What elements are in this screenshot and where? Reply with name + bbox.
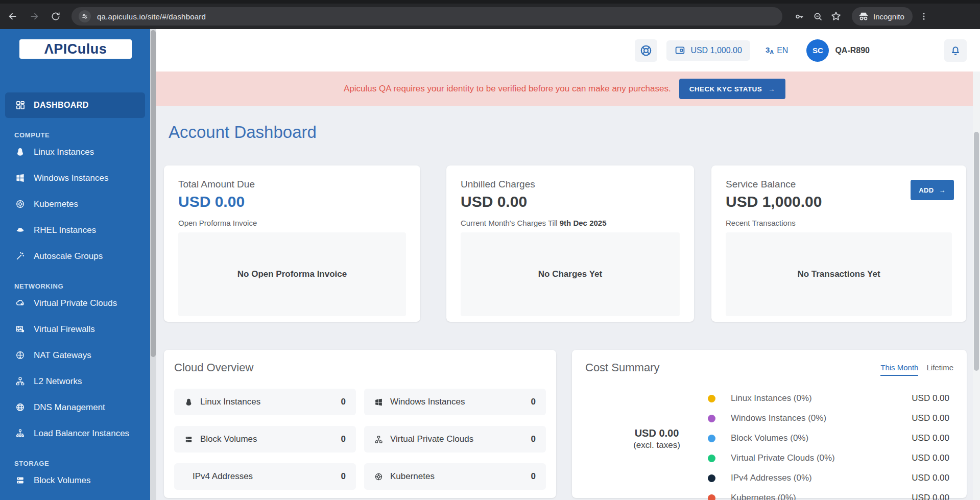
app-header: USD 1,000.00 3A EN SC QA-R890 xyxy=(156,29,980,72)
legend-dot xyxy=(708,435,715,442)
cloud-overview-row-block-volumes[interactable]: Block Volumes 0 xyxy=(174,426,356,453)
bell-icon xyxy=(949,44,962,57)
add-funds-button[interactable]: ADD → xyxy=(911,180,954,200)
sidebar-item-load-balancer-instances[interactable]: Load Balancer Instances xyxy=(0,420,150,446)
sidebar-item-block-volumes[interactable]: Block Volumes xyxy=(0,467,150,493)
sidebar-item-nat-gateways[interactable]: NAT Gateways xyxy=(0,342,150,368)
row-value: 0 xyxy=(341,397,346,407)
sidebar-item-label: Linux Instances xyxy=(34,147,94,157)
sidebar-scrollbar[interactable] xyxy=(150,29,156,500)
cloud-overview-row-ipv4[interactable]: IPv4 Addresses 0 xyxy=(174,463,356,490)
password-key-icon[interactable] xyxy=(791,8,808,25)
sidebar-scrollbar-thumb[interactable] xyxy=(151,30,156,357)
page-title: Account Dashboard xyxy=(169,123,317,142)
total-amount-due-card: Total Amount Due USD 0.00 Open Proforma … xyxy=(164,165,420,322)
section-label-storage: STORAGE xyxy=(0,460,150,467)
legend-label: Virtual Private Clouds (0%) xyxy=(731,453,835,463)
translate-icon: 3A xyxy=(766,45,774,55)
legend-dot xyxy=(708,415,715,422)
check-kyc-status-label: CHECK KYC STATUS xyxy=(689,85,762,93)
legend-row-block-volumes: Block Volumes (0%) USD 0.00 xyxy=(708,433,949,444)
cost-total: USD 0.00 (excl. taxes) xyxy=(606,427,708,450)
site-settings-icon[interactable] xyxy=(79,10,91,22)
bookmark-star-icon[interactable] xyxy=(827,8,845,25)
empty-state: No Transactions Yet xyxy=(726,232,952,316)
arrow-right-icon: → xyxy=(768,85,775,93)
row-value: 0 xyxy=(531,397,536,407)
wallet-balance[interactable]: USD 1,000.00 xyxy=(666,40,750,61)
language-selector[interactable]: 3A EN xyxy=(766,45,788,55)
sidebar-item-label: DASHBOARD xyxy=(34,101,89,110)
empty-state-text: No Charges Yet xyxy=(538,269,602,279)
card-sublabel: Recent Transactions xyxy=(726,219,952,227)
sidebar-item-label: Autoscale Groups xyxy=(34,251,103,261)
cost-summary-title: Cost Summary xyxy=(585,361,659,374)
cloud-overview-row-windows[interactable]: Windows Instances 0 xyxy=(364,389,546,415)
legend-value: USD 0.00 xyxy=(912,413,949,423)
sidebar-item-linux-instances[interactable]: Linux Instances xyxy=(0,139,150,165)
tab-this-month[interactable]: This Month xyxy=(880,363,918,376)
tab-lifetime[interactable]: Lifetime xyxy=(926,363,953,376)
chrome-menu-icon[interactable] xyxy=(918,12,930,21)
legend-dot xyxy=(708,494,715,500)
card-amount: USD 0.00 xyxy=(461,193,680,210)
page-scrollbar[interactable] xyxy=(973,72,980,500)
legend-label: IPv4 Addresses (0%) xyxy=(731,473,812,483)
sidebar-item-windows-instances[interactable]: Windows Instances xyxy=(0,165,150,191)
logo[interactable]: ΛPICulus xyxy=(19,39,132,59)
reload-icon[interactable] xyxy=(47,8,64,25)
sidebar-item-l2-networks[interactable]: L2 Networks xyxy=(0,368,150,394)
url-bar[interactable]: qa.apiculus.io/site/#/dashboard xyxy=(71,7,782,26)
legend-label: Linux Instances (0%) xyxy=(731,393,812,403)
empty-state: No Charges Yet xyxy=(461,232,680,316)
legend-row-windows: Windows Instances (0%) USD 0.00 xyxy=(708,413,949,424)
url-text[interactable]: qa.apiculus.io/site/#/dashboard xyxy=(97,12,206,21)
browser-chrome: qa.apiculus.io/site/#/dashboard Incognit… xyxy=(0,0,980,29)
legend-row-ipv4: IPv4 Addresses (0%) USD 0.00 xyxy=(708,472,949,484)
kubernetes-icon xyxy=(374,472,383,481)
account-name[interactable]: QA-R890 xyxy=(835,46,870,55)
kyc-banner: Apiculus QA requires your identity to be… xyxy=(156,72,973,106)
sidebar-item-dashboard[interactable]: DASHBOARD xyxy=(5,92,145,118)
sidebar-item-label: Virtual Firewalls xyxy=(34,324,95,335)
check-kyc-status-button[interactable]: CHECK KYC STATUS → xyxy=(679,79,785,99)
tab-strip xyxy=(0,0,980,4)
rhel-icon xyxy=(15,225,26,235)
card-sublabel: Open Proforma Invoice xyxy=(178,219,406,227)
l2-network-icon xyxy=(15,376,26,386)
sidebar-item-virtual-firewalls[interactable]: Virtual Firewalls xyxy=(0,316,150,342)
back-icon[interactable] xyxy=(4,8,21,25)
windows-icon xyxy=(15,173,26,183)
sidebar-item-autoscale-groups[interactable]: Autoscale Groups xyxy=(0,243,150,269)
cloud-overview-row-kubernetes[interactable]: Kubernetes 0 xyxy=(364,463,546,490)
cost-summary-card: Cost Summary This Month Lifetime USD 0.0… xyxy=(572,350,967,498)
legend-label: Kubernetes (0%) xyxy=(731,493,796,500)
page-scrollbar-thumb[interactable] xyxy=(974,132,979,371)
zoom-out-icon[interactable] xyxy=(809,8,826,25)
sidebar-item-virtual-private-clouds[interactable]: Virtual Private Clouds xyxy=(0,290,150,316)
wallet-icon xyxy=(675,45,685,56)
lifebuoy-icon xyxy=(639,44,653,57)
cloud-overview-row-linux[interactable]: Linux Instances 0 xyxy=(174,389,356,415)
legend-row-vpc: Virtual Private Clouds (0%) USD 0.00 xyxy=(708,453,949,464)
cloud-overview-title: Cloud Overview xyxy=(174,361,546,374)
dns-icon xyxy=(15,402,26,412)
windows-icon xyxy=(374,398,383,407)
notifications-button[interactable] xyxy=(944,39,967,62)
cloud-overview-row-vpc[interactable]: Virtual Private Clouds 0 xyxy=(364,426,546,453)
sidebar-item-dns-management[interactable]: DNS Management xyxy=(0,394,150,420)
sidebar-item-label: RHEL Instances xyxy=(34,225,96,235)
help-button[interactable] xyxy=(635,39,657,62)
forward-icon[interactable] xyxy=(26,8,43,25)
sidebar-item-rhel-instances[interactable]: RHEL Instances xyxy=(0,217,150,243)
incognito-badge[interactable]: Incognito xyxy=(852,7,913,26)
card-sublabel-text: Current Month's Charges Till xyxy=(461,219,560,227)
legend-value: USD 0.00 xyxy=(912,493,949,500)
block-volumes-icon xyxy=(184,435,193,444)
legend-label: Windows Instances (0%) xyxy=(731,413,826,423)
sidebar-item-kubernetes[interactable]: Kubernetes xyxy=(0,191,150,217)
row-label: Block Volumes xyxy=(200,434,257,444)
avatar[interactable]: SC xyxy=(806,39,829,62)
row-value: 0 xyxy=(341,434,346,444)
empty-state-text: No Open Proforma Invoice xyxy=(237,269,347,279)
